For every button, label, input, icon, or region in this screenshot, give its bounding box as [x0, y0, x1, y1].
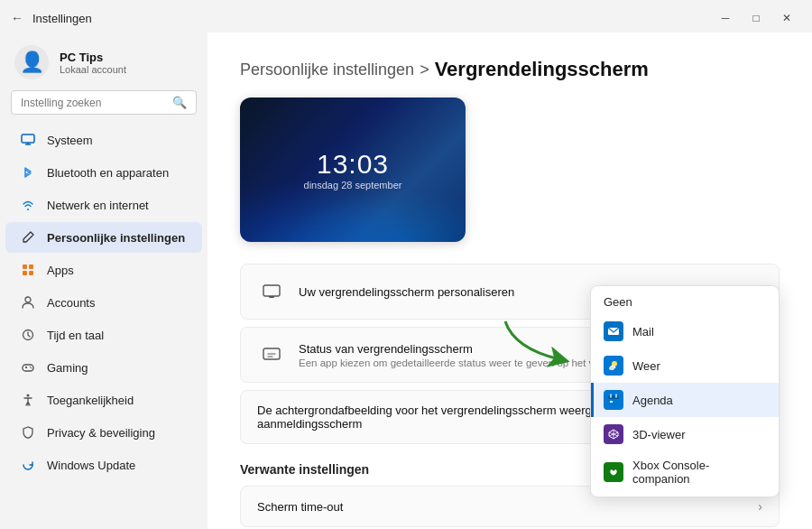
accessibility-icon: [20, 392, 36, 408]
chevron-right-icon-2: ›: [758, 499, 762, 514]
weather-app-icon: [604, 356, 623, 376]
sidebar-item-apps[interactable]: Apps: [5, 255, 202, 285]
user-icon: 👤: [20, 51, 44, 74]
svg-rect-3: [23, 264, 27, 269]
svg-rect-16: [269, 296, 274, 298]
sidebar-item-privacy[interactable]: Privacy & beveiliging: [5, 417, 202, 448]
sidebar-label-time: Tijd en taal: [47, 329, 104, 342]
sidebar-label-accessibility: Toegankelijkheid: [47, 394, 134, 407]
search-box[interactable]: 🔍: [11, 90, 197, 115]
svg-rect-22: [608, 395, 619, 399]
screen-timeout-label: Scherm time-out: [257, 500, 758, 514]
dropdown-label-3dviewer: 3D-viewer: [632, 428, 686, 441]
sidebar-label-update: Windows Update: [47, 459, 135, 472]
svg-point-13: [31, 367, 32, 368]
maximize-button[interactable]: □: [742, 8, 770, 28]
dropdown-popup: Geen Mail Weer Agenda: [590, 285, 780, 497]
dropdown-item-xbox[interactable]: Xbox Console-companion: [591, 451, 779, 493]
svg-rect-0: [22, 135, 34, 143]
dropdown-item-mail[interactable]: Mail: [591, 314, 779, 348]
clock-icon: [20, 327, 36, 343]
dropdown-label-xbox: Xbox Console-companion: [632, 459, 766, 486]
breadcrumb-current: Vergrendelingsscherm: [435, 58, 649, 81]
svg-point-7: [25, 297, 31, 302]
avatar: 👤: [14, 45, 49, 79]
sidebar-label-apps: Apps: [47, 264, 74, 277]
title-bar-controls: ─ □ ✕: [711, 8, 801, 28]
sidebar-item-accessibility[interactable]: Toegankelijkheid: [5, 385, 202, 415]
user-name: PC Tips: [60, 51, 126, 64]
sidebar-item-time[interactable]: Tijd en taal: [5, 320, 202, 350]
svg-rect-25: [610, 401, 613, 403]
window-title: Instellingen: [32, 12, 92, 25]
content-area: Persoonlijke instellingen > Vergrendelin…: [208, 32, 812, 529]
preview-background: [240, 170, 466, 242]
gamepad-icon: [20, 359, 36, 376]
sidebar-item-gaming[interactable]: Gaming: [5, 352, 202, 383]
personalize-icon: [257, 277, 286, 306]
update-icon: [20, 457, 36, 473]
sidebar-label-privacy: Privacy & beveiliging: [47, 426, 155, 440]
sidebar-label-network: Netwerk en internet: [47, 199, 149, 212]
network-icon: [20, 197, 36, 213]
sidebar-item-personalization[interactable]: Persoonlijke instellingen: [5, 222, 202, 253]
sidebar-item-update[interactable]: Windows Update: [5, 450, 202, 480]
dropdown-item-geen[interactable]: Geen: [591, 290, 779, 314]
svg-rect-4: [29, 264, 33, 269]
mail-app-icon: [604, 321, 623, 341]
title-bar-left: ← Instellingen: [11, 11, 92, 25]
person-icon: [20, 294, 36, 311]
minimize-button[interactable]: ─: [711, 8, 740, 28]
sidebar-label-gaming: Gaming: [47, 361, 88, 375]
svg-rect-5: [23, 271, 27, 275]
sidebar-item-network[interactable]: Netwerk en internet: [5, 190, 202, 220]
3dviewer-app-icon: [604, 424, 623, 444]
calendar-app-icon: [604, 390, 623, 410]
svg-point-12: [30, 367, 31, 367]
status-icon: [257, 340, 286, 369]
dropdown-item-weer[interactable]: Weer: [591, 348, 779, 383]
xbox-app-icon: [604, 462, 623, 482]
sidebar-label-personalization: Persoonlijke instellingen: [47, 231, 185, 245]
screen-timeout-text: Scherm time-out: [257, 500, 758, 514]
dropdown-label-weer: Weer: [632, 359, 660, 373]
back-icon[interactable]: ←: [11, 11, 23, 25]
user-subtitle: Lokaal account: [60, 64, 126, 75]
close-button[interactable]: ✕: [772, 8, 801, 28]
sidebar-item-system[interactable]: Systeem: [5, 125, 202, 155]
sidebar-label-accounts: Accounts: [47, 296, 95, 310]
sidebar-item-accounts[interactable]: Accounts: [5, 287, 202, 318]
monitor-icon: [20, 132, 36, 148]
user-section: 👤 PC Tips Lokaal account: [0, 36, 208, 90]
pencil-icon: [20, 229, 36, 246]
dropdown-item-3dviewer[interactable]: 3D-viewer: [591, 417, 779, 451]
main-layout: 👤 PC Tips Lokaal account 🔍 Systeem Bluet…: [0, 32, 812, 529]
shield-icon: [20, 424, 36, 441]
sidebar-label-bluetooth: Bluetooth en apparaten: [47, 166, 169, 180]
search-input[interactable]: [21, 97, 167, 109]
dropdown-item-agenda[interactable]: Agenda: [591, 383, 779, 417]
sidebar-label-system: Systeem: [47, 134, 93, 147]
lockscreen-preview: 13:03 dinsdag 28 september: [240, 97, 466, 242]
svg-rect-15: [263, 285, 280, 296]
user-info: PC Tips Lokaal account: [60, 51, 126, 75]
dropdown-label-mail: Mail: [632, 325, 654, 339]
breadcrumb-separator: >: [420, 60, 429, 79]
search-icon: 🔍: [172, 96, 187, 109]
apps-icon: [20, 262, 36, 278]
sidebar-item-bluetooth[interactable]: Bluetooth en apparaten: [5, 157, 202, 188]
breadcrumb-parent: Persoonlijke instellingen: [240, 60, 414, 79]
svg-point-20: [609, 367, 614, 370]
title-bar: ← Instellingen ─ □ ✕: [0, 0, 812, 32]
breadcrumb: Persoonlijke instellingen > Vergrendelin…: [240, 58, 780, 81]
bluetooth-icon: [20, 164, 36, 181]
sidebar: 👤 PC Tips Lokaal account 🔍 Systeem Bluet…: [0, 32, 208, 529]
dropdown-label-agenda: Agenda: [632, 394, 673, 407]
svg-point-14: [27, 394, 30, 397]
svg-rect-6: [29, 271, 33, 275]
